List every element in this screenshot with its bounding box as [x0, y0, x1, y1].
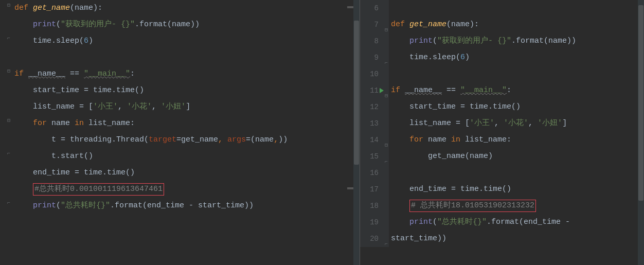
- code-line[interactable]: end_time = time.time(): [0, 165, 360, 181]
- code-token: '小王': [93, 102, 118, 111]
- code-token: time.sleep(: [409, 53, 460, 62]
- code-token: name: [51, 119, 75, 128]
- code-line[interactable]: 16: [360, 165, 644, 181]
- code-content[interactable]: start_time = time.time(): [12, 82, 360, 99]
- code-token: t = threading.Thread(: [51, 135, 149, 144]
- code-line[interactable]: ⊟ for name in list_name:: [0, 115, 360, 132]
- code-content[interactable]: if __name__ == "__main__":: [389, 82, 644, 99]
- code-line[interactable]: list_name = ['小王', '小花', '小妞']: [0, 99, 360, 115]
- code-line[interactable]: 7⊟def get_name(name):: [360, 16, 644, 33]
- code-line[interactable]: 17 end_time = time.time(): [360, 181, 644, 198]
- code-line[interactable]: t = threading.Thread(target=get_name, ar…: [0, 132, 360, 148]
- code-line[interactable]: 18 # 总共耗时18.010531902313232: [360, 198, 644, 214]
- code-line[interactable]: 10: [360, 66, 644, 82]
- lineno-text: 16: [370, 169, 379, 177]
- code-token: list_name:: [465, 135, 511, 144]
- code-token: "获取到的用户- {}": [437, 37, 511, 45]
- fold-collapse-icon[interactable]: ⊟: [6, 113, 11, 118]
- code-line[interactable]: ⌐ print("总共耗时{}".format(end_time - start…: [0, 198, 360, 214]
- scroll-thumb-right[interactable]: [638, 5, 643, 201]
- code-content[interactable]: t = threading.Thread(target=get_name, ar…: [12, 132, 360, 148]
- code-line[interactable]: 9⌐ time.sleep(6): [360, 49, 644, 66]
- code-token: start_time = time.time(): [33, 86, 144, 95]
- lineno-text: 9: [374, 54, 379, 62]
- highlight-box: #总共耗时0.001001119613647461: [33, 183, 164, 196]
- lineno-text: 20: [370, 235, 379, 243]
- code-content[interactable]: print("总共耗时{}".format(end_time - start_t…: [12, 198, 360, 214]
- code-content[interactable]: time.sleep(6): [389, 49, 644, 66]
- code-line[interactable]: ⌐ time.sleep(6): [0, 33, 360, 49]
- code-content[interactable]: #总共耗时0.001001119613647461: [12, 181, 360, 198]
- code-line[interactable]: print("获取到的用户- {}".format(name)): [0, 16, 360, 33]
- code-content[interactable]: time.sleep(6): [12, 33, 360, 49]
- line-number: 18: [360, 198, 389, 214]
- code-content[interactable]: end_time = time.time(): [389, 181, 644, 198]
- code-line[interactable]: [0, 49, 360, 66]
- code-content[interactable]: start_time = time.time(): [389, 99, 644, 115]
- code-content[interactable]: get_name(name): [389, 148, 644, 165]
- code-token: get_name: [33, 4, 70, 12]
- lineno-text: 15: [370, 152, 379, 161]
- code-line[interactable]: 6: [360, 0, 644, 16]
- scrollbar-left[interactable]: [353, 0, 360, 265]
- code-content[interactable]: print("获取到的用户- {}".format(name)): [12, 16, 360, 33]
- code-content[interactable]: def get_name(name):: [389, 16, 644, 33]
- code-content[interactable]: if __name__ == "__main__":: [12, 66, 360, 82]
- scroll-thumb-left[interactable]: [354, 21, 359, 165]
- code-content[interactable]: list_name = ['小王', '小花', '小妞']: [389, 115, 644, 132]
- code-line[interactable]: 11⊟if __name__ == "__main__":: [360, 82, 644, 99]
- code-line[interactable]: ⌐ t.start(): [0, 148, 360, 165]
- code-line[interactable]: 15⌐ get_name(name): [360, 148, 644, 165]
- scrollbar-right[interactable]: [638, 0, 644, 265]
- code-token: =(name: [246, 135, 274, 144]
- code-line[interactable]: start_time = time.time(): [0, 82, 360, 99]
- code-token: "获取到的用户- {}": [61, 20, 135, 29]
- fold-end-icon[interactable]: ⌐: [6, 146, 11, 151]
- code-line[interactable]: 13 list_name = ['小王', '小花', '小妞']: [360, 115, 644, 132]
- lineno-text: 19: [370, 218, 379, 226]
- code-token: ,: [494, 119, 504, 128]
- fold-end-icon[interactable]: ⌐: [383, 236, 388, 241]
- fold-collapse-icon[interactable]: ⊟: [383, 137, 388, 143]
- fold-end-icon[interactable]: ⌐: [383, 55, 388, 60]
- line-number: 14⊟: [360, 132, 389, 148]
- line-number: 17: [360, 181, 389, 198]
- code-token: .format(name)): [135, 20, 200, 29]
- code-content[interactable]: end_time = time.time(): [12, 165, 360, 181]
- code-line[interactable]: 8 print("获取到的用户- {}".format(name)): [360, 33, 644, 49]
- code-line[interactable]: ⊟if __name__ == "__main__":: [0, 66, 360, 82]
- line-number: 10: [360, 66, 389, 82]
- code-content[interactable]: def get_name(name):: [12, 0, 360, 16]
- fold-collapse-icon[interactable]: ⊟: [6, 63, 11, 68]
- code-token: (: [433, 37, 437, 45]
- fold-collapse-icon[interactable]: ⊟: [6, 0, 11, 3]
- fold-end-icon[interactable]: ⌐: [383, 154, 388, 159]
- code-line[interactable]: 14⊟ for name in list_name:: [360, 132, 644, 148]
- code-token: 6: [84, 37, 88, 45]
- code-content[interactable]: start_time)): [389, 231, 644, 247]
- code-content[interactable]: for name in list_name:: [12, 115, 360, 132]
- code-content[interactable]: list_name = ['小王', '小花', '小妞']: [12, 99, 360, 115]
- code-token: (: [433, 218, 437, 226]
- code-content[interactable]: t.start(): [12, 148, 360, 165]
- fold-collapse-icon[interactable]: ⊟: [383, 22, 388, 27]
- code-token: "__main__": [84, 69, 130, 78]
- fold-collapse-icon[interactable]: ⊟: [383, 88, 388, 93]
- fold-end-icon[interactable]: ⌐: [6, 195, 11, 200]
- code-token: "总共耗时{}": [61, 201, 110, 210]
- code-content[interactable]: for name in list_name:: [389, 132, 644, 148]
- code-line[interactable]: ⊟def get_name(name):: [0, 0, 360, 16]
- code-token: :: [507, 86, 511, 95]
- code-line[interactable]: 12 start_time = time.time(): [360, 99, 644, 115]
- highlight-box: # 总共耗时18.010531902313232: [409, 200, 536, 212]
- code-line[interactable]: #总共耗时0.001001119613647461: [0, 181, 360, 198]
- right-code-pane[interactable]: 67⊟def get_name(name):8 print("获取到的用户- {…: [360, 0, 644, 265]
- fold-end-icon[interactable]: ⌐: [6, 30, 11, 36]
- code-token: ,: [274, 135, 278, 144]
- code-line[interactable]: 20⌐start_time)): [360, 231, 644, 247]
- code-content[interactable]: print("总共耗时{}".format(end_time -: [389, 214, 644, 231]
- code-content[interactable]: # 总共耗时18.010531902313232: [389, 198, 644, 214]
- left-code-pane[interactable]: ⊟def get_name(name): print("获取到的用户- {}".…: [0, 0, 360, 265]
- code-content[interactable]: print("获取到的用户- {}".format(name)): [389, 33, 644, 49]
- code-line[interactable]: 19 print("总共耗时{}".format(end_time -: [360, 214, 644, 231]
